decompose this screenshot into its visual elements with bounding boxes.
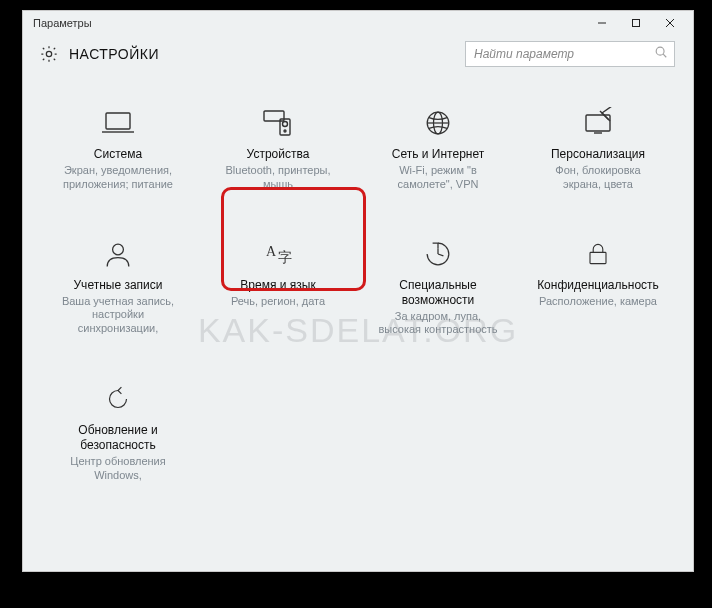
tile-accounts[interactable]: Учетные записи Ваша учетная запись, наст… bbox=[43, 230, 193, 344]
content-area: KAK-SDELAT.ORG Система Экран, уведомлени… bbox=[23, 75, 693, 571]
tile-privacy[interactable]: Конфиденциальность Расположение, камера bbox=[523, 230, 673, 344]
tile-desc: За кадром, лупа, высокая контрастность bbox=[378, 310, 497, 338]
svg-line-23 bbox=[438, 254, 443, 256]
person-icon bbox=[98, 236, 138, 272]
tile-desc: Расположение, камера bbox=[539, 295, 657, 309]
tile-title: Устройства bbox=[247, 147, 310, 162]
settings-grid: Система Экран, уведомления, приложения; … bbox=[43, 99, 673, 489]
window-title: Параметры bbox=[29, 17, 92, 29]
svg-rect-24 bbox=[590, 252, 606, 263]
close-button[interactable] bbox=[653, 12, 687, 34]
tile-language[interactable]: A 字 Время и язык Речь, регион, дата bbox=[203, 230, 353, 344]
svg-point-11 bbox=[283, 122, 288, 127]
lock-icon bbox=[578, 236, 618, 272]
search-box[interactable] bbox=[465, 41, 675, 67]
tile-personalize[interactable]: Персонализация Фон, блокировка экрана, ц… bbox=[523, 99, 673, 198]
tile-desc: Экран, уведомления, приложения; питание bbox=[63, 164, 173, 192]
tile-desc: Фон, блокировка экрана, цвета bbox=[555, 164, 640, 192]
tile-title: Конфиденциальность bbox=[537, 278, 659, 293]
update-icon bbox=[98, 381, 138, 417]
svg-point-5 bbox=[656, 47, 664, 55]
titlebar: Параметры bbox=[23, 11, 693, 35]
laptop-icon bbox=[98, 105, 138, 141]
tile-network[interactable]: Сеть и Интернет Wi-Fi, режим "в самолете… bbox=[363, 99, 513, 198]
svg-rect-1 bbox=[633, 20, 640, 27]
svg-point-19 bbox=[113, 244, 124, 255]
minimize-button[interactable] bbox=[585, 12, 619, 34]
tile-desc: Wi-Fi, режим "в самолете", VPN bbox=[398, 164, 479, 192]
search-input[interactable] bbox=[474, 47, 654, 61]
language-icon: A 字 bbox=[258, 236, 298, 272]
svg-line-6 bbox=[663, 54, 666, 57]
tile-desc: Bluetooth, принтеры, мышь bbox=[226, 164, 331, 192]
svg-point-12 bbox=[284, 130, 286, 132]
ease-icon bbox=[418, 236, 458, 272]
tile-desc: Центр обновления Windows, bbox=[70, 455, 165, 483]
tile-title: Обновление и безопасность bbox=[47, 423, 189, 453]
devices-icon bbox=[258, 105, 298, 141]
tile-title: Сеть и Интернет bbox=[392, 147, 484, 162]
tile-desc: Ваша учетная запись, настройки синхрониз… bbox=[62, 295, 174, 336]
window-controls bbox=[585, 12, 687, 34]
svg-point-4 bbox=[46, 51, 51, 56]
tile-title: Учетные записи bbox=[74, 278, 163, 293]
header: НАСТРОЙКИ bbox=[23, 35, 693, 75]
tile-desc: Речь, регион, дата bbox=[231, 295, 325, 309]
gear-icon bbox=[39, 44, 59, 64]
globe-icon bbox=[418, 105, 458, 141]
search-icon bbox=[654, 45, 668, 63]
tile-system[interactable]: Система Экран, уведомления, приложения; … bbox=[43, 99, 193, 198]
tile-title: Система bbox=[94, 147, 142, 162]
svg-text:A: A bbox=[266, 244, 277, 259]
tile-update[interactable]: Обновление и безопасность Центр обновлен… bbox=[43, 375, 193, 489]
svg-text:字: 字 bbox=[278, 250, 292, 265]
personalize-icon bbox=[578, 105, 618, 141]
settings-window: Параметры bbox=[22, 10, 694, 572]
svg-line-18 bbox=[600, 111, 610, 121]
svg-rect-7 bbox=[106, 113, 130, 129]
maximize-button[interactable] bbox=[619, 12, 653, 34]
tile-title: Персонализация bbox=[551, 147, 645, 162]
tile-devices[interactable]: Устройства Bluetooth, принтеры, мышь bbox=[203, 99, 353, 198]
tile-ease[interactable]: Специальные возможности За кадром, лупа,… bbox=[363, 230, 513, 344]
page-title: НАСТРОЙКИ bbox=[69, 46, 159, 62]
tile-title: Время и язык bbox=[240, 278, 315, 293]
tile-title: Специальные возможности bbox=[367, 278, 509, 308]
